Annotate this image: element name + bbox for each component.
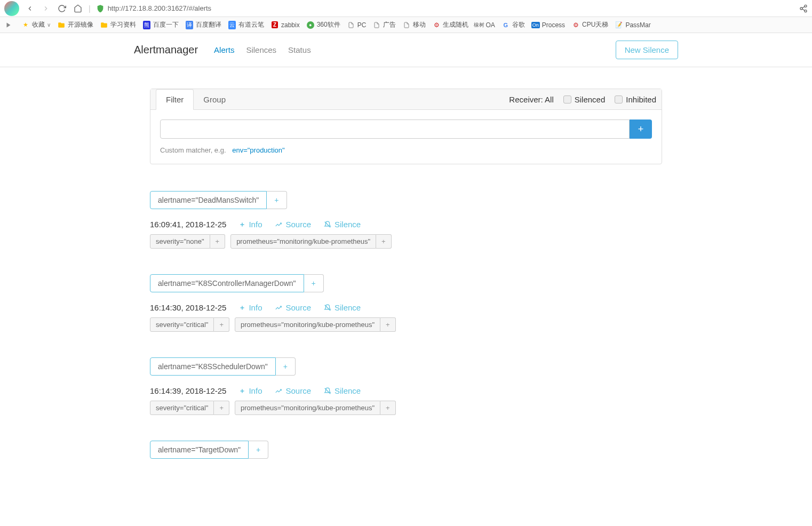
label-add-button[interactable]: + <box>376 234 392 249</box>
source-link[interactable]: Source <box>275 220 311 229</box>
label-badge-group: prometheus="monitoring/kube-prometheus" … <box>235 317 396 332</box>
label-badge-group: severity="critical" + <box>150 401 229 415</box>
back-button[interactable] <box>25 3 35 14</box>
alertname-badge: alertname="DeadMansSwitch" <box>150 191 267 209</box>
inhibited-toggle[interactable]: Inhibited <box>615 95 656 104</box>
nav-silences[interactable]: Silences <box>246 45 276 54</box>
reload-button[interactable] <box>57 3 67 14</box>
browser-toolbar: | http://172.18.8.200:31627/#/alerts <box>0 0 812 17</box>
source-link[interactable]: Source <box>275 303 311 312</box>
forward-button[interactable] <box>41 3 51 14</box>
main-content: Filter Group Receiver: All Silenced Inhi… <box>139 67 673 506</box>
baidu-icon: 熊 <box>142 21 151 29</box>
label-badge-group: prometheus="monitoring/kube-prometheus" … <box>230 234 392 249</box>
label-add-button[interactable]: + <box>380 317 396 332</box>
alertname-add-button[interactable]: + <box>249 441 268 459</box>
shield-icon <box>96 4 105 13</box>
label-badge: severity="critical" <box>150 317 214 332</box>
bookmark-item[interactable]: ●360软件 <box>306 20 340 29</box>
bookmark-item[interactable]: PC <box>347 21 367 29</box>
nav-status[interactable]: Status <box>288 45 311 54</box>
info-link[interactable]: Info <box>239 220 262 229</box>
gen-icon: ⚙ <box>432 21 441 29</box>
bookmarks-bar: ★收藏 ∨开源镜像学习资料熊百度一下译百度翻译云有道云笔Zzabbix●360软… <box>0 17 812 33</box>
label-badge-group: severity="none" + <box>150 234 225 249</box>
bookmark-item[interactable]: 橡树OA <box>475 21 495 29</box>
alertname-add-button[interactable]: + <box>304 274 324 292</box>
info-link[interactable]: Info <box>239 386 262 395</box>
alert-group: alertname="K8SControllerManagerDown" + 1… <box>150 274 662 332</box>
tab-group[interactable]: Group <box>194 90 235 109</box>
tab-filter[interactable]: Filter <box>156 89 194 110</box>
bookmark-item[interactable]: 云有道云笔 <box>228 20 264 29</box>
silence-link[interactable]: Silence <box>324 386 361 395</box>
label-add-button[interactable]: + <box>380 401 396 415</box>
bookmark-item[interactable]: 广告 <box>372 20 396 29</box>
alert-timestamp: 16:09:41, 2018-12-25 <box>150 220 226 229</box>
bookmark-item[interactable]: 开源镜像 <box>57 20 93 29</box>
alertname-add-button[interactable]: + <box>276 357 296 376</box>
bookmark-item[interactable]: 熊百度一下 <box>142 20 179 29</box>
youdao-icon: 云 <box>228 21 236 29</box>
bookmark-item[interactable]: Zzabbix <box>270 21 300 29</box>
filter-input[interactable] <box>160 119 630 139</box>
cpu-icon: ⚙ <box>571 21 580 29</box>
matcher-example[interactable]: env="production" <box>232 146 285 154</box>
bookmark-item[interactable]: 学习资料 <box>100 20 136 29</box>
process-icon: On <box>531 21 540 29</box>
add-filter-button[interactable]: + <box>630 119 652 139</box>
star-icon: ★ <box>21 21 30 29</box>
info-link[interactable]: Info <box>239 303 262 312</box>
folder-icon <box>57 21 66 29</box>
bookmark-item[interactable]: 📝PassMar <box>615 21 650 29</box>
bookmark-item[interactable]: 移动 <box>402 20 426 29</box>
alertname-badge: alertname="K8SControllerManagerDown" <box>150 274 304 292</box>
svg-line-4 <box>802 7 805 9</box>
svg-point-0 <box>805 5 807 7</box>
bookmark-item[interactable]: ⚙CPU天梯 <box>571 20 608 29</box>
label-add-button[interactable]: + <box>210 234 226 249</box>
svg-point-1 <box>800 7 802 10</box>
app-title: Alertmanager <box>134 44 198 56</box>
source-link[interactable]: Source <box>275 386 311 395</box>
translate-icon: 译 <box>185 21 194 29</box>
silence-link[interactable]: Silence <box>324 220 361 229</box>
bookmark-item[interactable]: ⚙生成随机 <box>432 20 468 29</box>
page-icon <box>347 21 355 29</box>
label-add-button[interactable]: + <box>214 401 229 415</box>
filter-tabs: Filter Group Receiver: All Silenced Inhi… <box>150 89 662 110</box>
label-badge: severity="critical" <box>150 401 214 415</box>
label-badge: prometheus="monitoring/kube-prometheus" <box>230 234 376 249</box>
url-bar[interactable]: http://172.18.8.200:31627/#/alerts <box>96 4 794 13</box>
label-badge: severity="none" <box>150 234 210 249</box>
label-badge-group: prometheus="monitoring/kube-prometheus" … <box>235 401 396 415</box>
alertname-add-button[interactable]: + <box>267 191 286 209</box>
passmark-icon: 📝 <box>615 21 623 29</box>
svg-line-3 <box>802 9 805 11</box>
google-icon: G <box>501 21 510 29</box>
checkbox-icon <box>563 95 571 103</box>
bookmark-item[interactable]: OnProcess <box>531 21 565 29</box>
nav-alerts[interactable]: Alerts <box>214 45 234 54</box>
bookmark-item[interactable]: 译百度翻译 <box>185 20 221 29</box>
receiver-label[interactable]: Receiver: All <box>509 95 553 104</box>
bookmark-item[interactable] <box>4 21 15 29</box>
page-icon <box>402 21 411 29</box>
alert-timestamp: 16:14:39, 2018-12-25 <box>150 386 226 395</box>
silenced-toggle[interactable]: Silenced <box>563 95 606 104</box>
share-button[interactable] <box>799 4 808 13</box>
label-add-button[interactable]: + <box>214 317 229 332</box>
silence-link[interactable]: Silence <box>324 303 361 312</box>
home-button[interactable] <box>73 3 83 14</box>
bookmark-item[interactable]: ★收藏 ∨ <box>21 20 51 29</box>
zabbix-icon: Z <box>270 21 279 29</box>
bookmark-item[interactable]: G谷歌 <box>501 20 525 29</box>
label-badge: prometheus="monitoring/kube-prometheus" <box>235 401 380 415</box>
browser-logo <box>4 1 19 16</box>
oa-icon: 橡树 <box>475 21 483 29</box>
url-text: http://172.18.8.200:31627/#/alerts <box>108 4 211 12</box>
new-silence-button[interactable]: New Silence <box>616 41 678 59</box>
alert-timestamp: 16:14:30, 2018-12-25 <box>150 303 226 312</box>
360-icon: ● <box>306 21 315 29</box>
checkbox-icon <box>615 95 623 103</box>
